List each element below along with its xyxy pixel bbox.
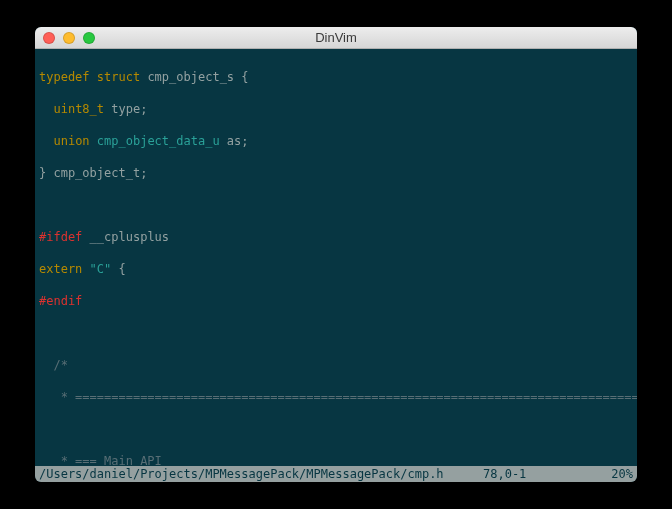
preproc-endif: #endif	[39, 294, 82, 308]
titlebar[interactable]: DinVim	[35, 27, 637, 49]
blank-line	[39, 325, 637, 341]
preproc-symbol: __cplusplus	[82, 230, 169, 244]
blank-line	[39, 421, 637, 437]
code-line: union cmp_object_data_u as;	[39, 133, 637, 149]
type-uint8: uint8_t	[53, 102, 104, 116]
status-filepath: /Users/daniel/Projects/MPMessagePack/MPM…	[39, 466, 483, 482]
code-line: #ifdef __cplusplus	[39, 229, 637, 245]
preproc-ifdef: #ifdef	[39, 230, 82, 244]
identifier: cmp_object_s {	[140, 70, 248, 84]
code-line: #endif	[39, 293, 637, 309]
brace: {	[111, 262, 125, 276]
comment-line: /*	[39, 357, 637, 373]
status-bar: /Users/daniel/Projects/MPMessagePack/MPM…	[35, 466, 637, 482]
identifier: type;	[104, 102, 147, 116]
keyword-union: union	[53, 134, 89, 148]
string-literal: "C"	[82, 262, 111, 276]
window-title: DinVim	[35, 30, 637, 45]
status-percent: 20%	[593, 466, 633, 482]
code-line: } cmp_object_t;	[39, 165, 637, 181]
code-line: typedef struct cmp_object_s {	[39, 69, 637, 85]
comment-rule: * ======================================…	[39, 389, 637, 405]
keyword-typedef: typedef	[39, 70, 90, 84]
blank-line	[39, 197, 637, 213]
editor-viewport[interactable]: typedef struct cmp_object_s { uint8_t ty…	[35, 49, 637, 466]
code-line: uint8_t type;	[39, 101, 637, 117]
comment-main-api: * === Main API	[39, 453, 637, 466]
minimize-icon[interactable]	[63, 32, 75, 44]
keyword-extern: extern	[39, 262, 82, 276]
code-line: extern "C" {	[39, 261, 637, 277]
type-name: cmp_object_data_u	[90, 134, 220, 148]
traffic-lights	[35, 32, 95, 44]
close-icon[interactable]	[43, 32, 55, 44]
zoom-icon[interactable]	[83, 32, 95, 44]
app-window: DinVim typedef struct cmp_object_s { uin…	[35, 27, 637, 482]
identifier: as;	[220, 134, 249, 148]
keyword-struct: struct	[97, 70, 140, 84]
status-position: 78,0-1	[483, 466, 593, 482]
